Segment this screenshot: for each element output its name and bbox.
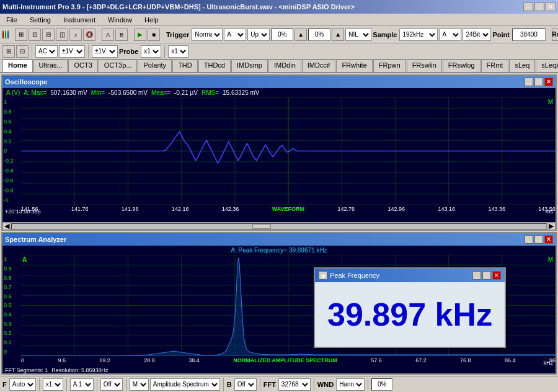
scroll-track[interactable] bbox=[11, 223, 547, 229]
osc-maximize[interactable]: □ bbox=[534, 78, 543, 86]
osc-x-axis: 141.56 141.76 141.96 142.16 142.36 WAVEF… bbox=[21, 205, 556, 222]
tb2-icon1[interactable]: ⊞ bbox=[2, 45, 15, 58]
coupling-select[interactable]: AC bbox=[35, 45, 58, 58]
osc-scrollbar[interactable]: ◀ ▶ bbox=[2, 222, 556, 229]
window-controls: – □ ✕ bbox=[523, 2, 556, 11]
b-x1-select[interactable]: x1 bbox=[43, 378, 63, 391]
nil-select[interactable]: NIL bbox=[345, 29, 371, 41]
off2-select[interactable]: Off bbox=[234, 378, 257, 391]
tab-thdcd[interactable]: THDcd bbox=[198, 60, 231, 72]
tab-frswlog[interactable]: FRswlog bbox=[443, 60, 480, 72]
menu-setting[interactable]: Setting bbox=[26, 15, 55, 25]
tab-frwhite[interactable]: FRwhite bbox=[336, 60, 372, 72]
spec-close[interactable]: ✕ bbox=[544, 235, 553, 244]
tab-frmt[interactable]: FRmt bbox=[481, 60, 509, 72]
bit-select[interactable]: 24Bit bbox=[463, 29, 491, 41]
spec-maximize[interactable]: □ bbox=[534, 235, 543, 244]
probe-label: Probe bbox=[119, 48, 138, 55]
icon-a[interactable]: A bbox=[102, 29, 114, 41]
tb2-icon2[interactable]: ⊡ bbox=[16, 45, 29, 58]
bsep1 bbox=[39, 378, 40, 391]
spec-fft-info: FFT Segments: 1 Resolution: 5.85938Hz bbox=[5, 367, 108, 373]
menu-instrument[interactable]: Instrument bbox=[60, 15, 99, 25]
range-select[interactable]: ±1V bbox=[59, 45, 85, 58]
sample-label: Sample bbox=[373, 31, 397, 38]
peak-popup-maximize[interactable]: □ bbox=[482, 271, 491, 280]
tab-imddin[interactable]: IMDdin bbox=[268, 60, 301, 72]
menu-help[interactable]: Help bbox=[141, 15, 162, 25]
trigger-select[interactable]: Normal bbox=[192, 29, 223, 41]
osc-info-row: A (V) A: Max= 507.1630 mV MIn= -503.6500… bbox=[2, 88, 556, 97]
channel-select[interactable]: A bbox=[224, 29, 246, 41]
tab-thd[interactable]: THD bbox=[172, 60, 198, 72]
delay-input[interactable] bbox=[308, 29, 330, 41]
channel-a2-select[interactable]: A bbox=[439, 29, 461, 41]
close-button[interactable]: ✕ bbox=[546, 2, 556, 11]
tab-imdccif[interactable]: IMDccif bbox=[302, 60, 336, 72]
tab-oct3[interactable]: OCT3 bbox=[68, 60, 97, 72]
spec-minimize[interactable]: _ bbox=[525, 235, 533, 244]
icon-btn-2[interactable]: ⊡ bbox=[29, 29, 41, 41]
point-input[interactable] bbox=[512, 29, 546, 41]
icon-btn-6[interactable]: 🔇 bbox=[83, 29, 95, 41]
icon-btn-4[interactable]: ◫ bbox=[56, 29, 68, 41]
threshold-up[interactable]: ▲ bbox=[294, 29, 307, 41]
menu-file[interactable]: File bbox=[2, 15, 21, 25]
fft-val-select[interactable]: 32768 bbox=[278, 378, 311, 391]
tab-ultras[interactable]: Ultras... bbox=[33, 60, 68, 72]
spec-channel-label: A bbox=[22, 256, 27, 263]
delay-up[interactable]: ▲ bbox=[332, 29, 344, 41]
osc-close[interactable]: ✕ bbox=[544, 78, 553, 86]
record-led bbox=[2, 30, 4, 39]
tab-frpwn[interactable]: FRpwn bbox=[373, 60, 406, 72]
f-auto-select[interactable]: Auto bbox=[9, 378, 36, 391]
toolbar1: ⊞ ⊡ ⊟ ◫ ♪ 🔇 A B ▶ ■ Trigger Normal A Up … bbox=[0, 26, 558, 43]
tab-frswlin[interactable]: FRswlin bbox=[407, 60, 442, 72]
play-btn[interactable]: ▶ bbox=[134, 29, 146, 41]
title-text: Multi-Instrument Pro 3.9 - [+3DP+DLG+LCR… bbox=[2, 3, 523, 11]
range2-select[interactable]: ±1V bbox=[92, 45, 118, 58]
m-select[interactable]: M bbox=[130, 378, 149, 391]
peak-popup-close[interactable]: ✕ bbox=[492, 271, 501, 280]
icon-btn-3[interactable]: ⊟ bbox=[42, 29, 55, 41]
peak-popup-minimize[interactable]: _ bbox=[472, 271, 481, 280]
icon-btn-1[interactable]: ⊞ bbox=[15, 29, 27, 41]
icon-b[interactable]: B bbox=[115, 29, 128, 41]
osc-waveform-label: WAVEFORM bbox=[272, 206, 304, 212]
tab-sleqa[interactable]: sLeqA bbox=[536, 60, 558, 72]
tab-home[interactable]: Home bbox=[2, 60, 33, 72]
scroll-left[interactable]: ◀ bbox=[2, 223, 11, 230]
off1-select[interactable]: Off bbox=[100, 378, 123, 391]
probe2-select[interactable]: x1 bbox=[168, 45, 188, 58]
tab-oct3p[interactable]: OCT3p... bbox=[99, 60, 138, 72]
stop-btn[interactable]: ■ bbox=[148, 29, 160, 41]
osc-corner-mark: M bbox=[548, 99, 553, 105]
osc-max-val: 507.1630 mV bbox=[50, 89, 87, 96]
bsep4 bbox=[126, 378, 126, 391]
direction-select[interactable]: Up bbox=[247, 29, 270, 41]
peak-freq-display: 39.897 kHz bbox=[315, 282, 505, 347]
roll-button[interactable]: Roll bbox=[552, 29, 558, 41]
scroll-thumb[interactable] bbox=[252, 224, 271, 229]
b-label: B bbox=[227, 381, 232, 388]
scroll-right[interactable]: ▶ bbox=[547, 223, 556, 230]
menu-window[interactable]: Window bbox=[104, 15, 136, 25]
spec-header: Spectrum Analyzer _ □ ✕ bbox=[2, 233, 556, 246]
tab-imdsmp[interactable]: IMDsmp bbox=[231, 60, 268, 72]
amplitude-spectrum-select[interactable]: Amplitude Spectrum bbox=[150, 378, 220, 391]
icon-btn-5[interactable]: ♪ bbox=[69, 29, 82, 41]
sample-freq-select[interactable]: 192kHz bbox=[399, 29, 438, 41]
tab-polarity[interactable]: Polarity bbox=[138, 60, 172, 72]
a1-select[interactable]: A 1 bbox=[70, 378, 94, 391]
minimize-button[interactable]: – bbox=[523, 2, 533, 11]
wnd-val-select[interactable]: Hann bbox=[336, 378, 365, 391]
spectrum-panel: Spectrum Analyzer _ □ ✕ A: Peak Frequenc… bbox=[1, 232, 557, 375]
f-label: F bbox=[2, 381, 7, 388]
percent-input[interactable] bbox=[371, 378, 392, 391]
probe-select[interactable]: x1 bbox=[141, 45, 161, 58]
osc-minimize[interactable]: _ bbox=[525, 78, 533, 86]
maximize-button[interactable]: □ bbox=[534, 2, 544, 11]
osc-title: Oscilloscope bbox=[5, 78, 525, 86]
tab-sleq[interactable]: sLeq bbox=[509, 60, 535, 72]
threshold-input[interactable] bbox=[271, 29, 293, 41]
